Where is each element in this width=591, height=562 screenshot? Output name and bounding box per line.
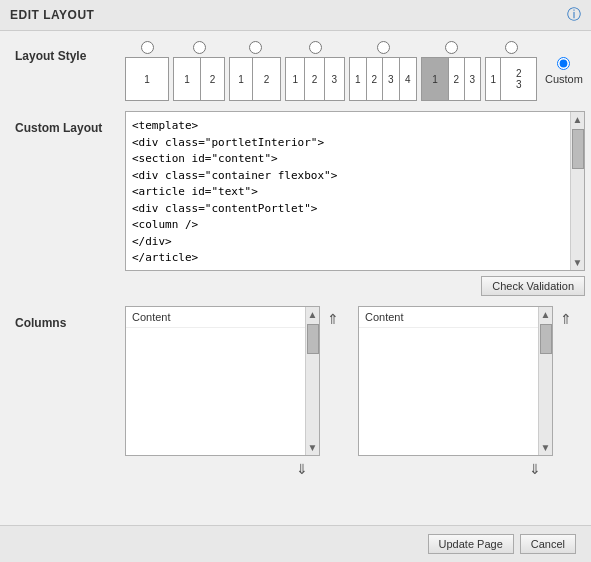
layout-radio-5[interactable] — [377, 41, 390, 54]
layout-option-4[interactable]: 1 2 3 — [285, 41, 345, 101]
layout-radio-6[interactable] — [445, 41, 458, 54]
layout-radio-4[interactable] — [309, 41, 322, 54]
column-box-2-scroll[interactable]: ▲ ▼ — [538, 307, 552, 455]
layout-radio-2[interactable] — [193, 41, 206, 54]
layout-col: 1 — [286, 58, 305, 100]
content-area: Layout Style 1 1 2 — [0, 31, 591, 525]
layout-box-7: 1 23 — [485, 57, 537, 101]
layout-option-1[interactable]: 1 — [125, 41, 169, 101]
column-box-2-header: Content — [359, 307, 552, 328]
columns-label: Columns — [15, 306, 125, 330]
layout-col: 1 — [126, 58, 168, 100]
scroll-up-arrow[interactable]: ▲ — [573, 114, 583, 125]
column-box-1-scroll[interactable]: ▲ ▼ — [305, 307, 319, 455]
layout-radio-3[interactable] — [249, 41, 262, 54]
layout-box-2: 1 2 — [173, 57, 225, 101]
help-icon[interactable]: ⓘ — [567, 6, 581, 24]
layout-radio-7[interactable] — [505, 41, 518, 54]
col1-scroll-thumb[interactable] — [307, 324, 319, 354]
layout-option-7[interactable]: 1 23 — [485, 41, 537, 101]
code-scrollbar[interactable]: ▲ ▼ — [570, 112, 584, 270]
column-box-2[interactable]: Content ▲ ▼ — [358, 306, 553, 456]
layout-option-2[interactable]: 1 2 — [173, 41, 225, 101]
columns-area: Content ▲ ▼ ⇑ ⇓ — [125, 306, 575, 478]
check-validation-button[interactable]: Check Validation — [481, 276, 585, 296]
header: EDIT LAYOUT ⓘ — [0, 0, 591, 31]
layout-col: 1 — [350, 58, 367, 100]
layout-radio-1[interactable] — [141, 41, 154, 54]
footer: Update Page Cancel — [0, 525, 591, 562]
code-textarea[interactable]: <template> <div class="portletInterior">… — [126, 112, 570, 270]
layout-option-3[interactable]: 1 2 — [229, 41, 281, 101]
layout-col: 3 — [383, 58, 400, 100]
custom-layout-row: Custom Layout <template> <div class="por… — [15, 111, 576, 296]
cancel-button[interactable]: Cancel — [520, 534, 576, 554]
layout-style-label: Layout Style — [15, 41, 125, 63]
layout-col: 1 — [174, 58, 201, 100]
layout-col: 2 — [201, 58, 224, 100]
layout-col: 2 — [253, 58, 280, 100]
layout-col: 2 — [305, 58, 324, 100]
update-page-button[interactable]: Update Page — [428, 534, 514, 554]
col2-up-arrow[interactable]: ⇑ — [557, 310, 575, 328]
layout-style-options: 1 1 2 1 2 — [125, 41, 583, 101]
col1-scroll-down[interactable]: ▼ — [308, 442, 318, 453]
column-box-1[interactable]: Content ▲ ▼ — [125, 306, 320, 456]
custom-option[interactable]: Custom — [545, 57, 583, 85]
layout-col: 2 — [449, 58, 464, 100]
layout-radio-custom[interactable] — [557, 57, 570, 70]
layout-col: 1 — [486, 58, 501, 100]
scroll-down-arrow[interactable]: ▼ — [573, 257, 583, 268]
column-box-wrapper-2: Content ▲ ▼ ⇑ ⇓ — [358, 306, 575, 478]
column-box-1-header: Content — [126, 307, 319, 328]
col2-down-arrow[interactable]: ⇓ — [526, 460, 544, 478]
layout-box-3: 1 2 — [229, 57, 281, 101]
layout-col: 3 — [465, 58, 480, 100]
col2-scroll-down[interactable]: ▼ — [541, 442, 551, 453]
col1-scroll-up[interactable]: ▲ — [308, 309, 318, 320]
columns-section: Columns Content ▲ ▼ — [15, 306, 576, 478]
layout-col: 3 — [325, 58, 344, 100]
layout-option-5[interactable]: 1 2 3 4 — [349, 41, 417, 101]
check-validation-row: Check Validation — [125, 276, 585, 296]
custom-label-text: Custom — [545, 73, 583, 85]
col2-scroll-up[interactable]: ▲ — [541, 309, 551, 320]
layout-box-5: 1 2 3 4 — [349, 57, 417, 101]
code-area-wrapper: <template> <div class="portletInterior">… — [125, 111, 585, 271]
layout-style-row: Layout Style 1 1 2 — [15, 41, 576, 101]
layout-col: 4 — [400, 58, 416, 100]
layout-col: 23 — [501, 58, 536, 100]
custom-layout-label: Custom Layout — [15, 111, 125, 135]
layout-box-1: 1 — [125, 57, 169, 101]
scroll-thumb[interactable] — [572, 129, 584, 169]
layout-option-6[interactable]: 1 2 3 — [421, 41, 481, 101]
layout-col: 2 — [367, 58, 384, 100]
page-title: EDIT LAYOUT — [10, 8, 94, 22]
layout-box-6: 1 2 3 — [421, 57, 481, 101]
layout-col: 1 — [230, 58, 253, 100]
column-box-wrapper-1: Content ▲ ▼ ⇑ ⇓ — [125, 306, 342, 478]
col2-scroll-thumb[interactable] — [540, 324, 552, 354]
custom-layout-editor: <template> <div class="portletInterior">… — [125, 111, 585, 296]
layout-col: 1 — [422, 58, 449, 100]
col1-down-arrow[interactable]: ⇓ — [293, 460, 311, 478]
page-container: EDIT LAYOUT ⓘ Layout Style 1 1 — [0, 0, 591, 562]
col1-up-arrow[interactable]: ⇑ — [324, 310, 342, 328]
layout-box-4: 1 2 3 — [285, 57, 345, 101]
